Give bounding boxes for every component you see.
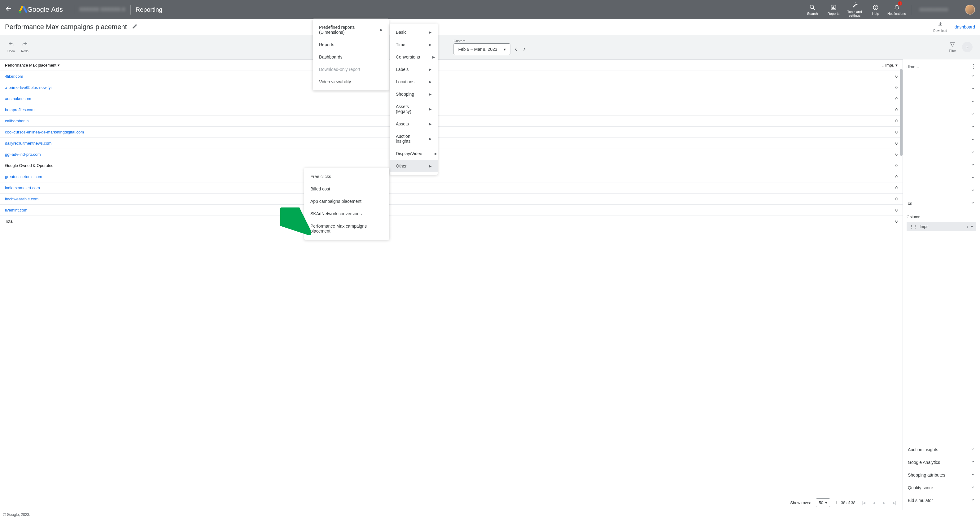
collapsed-group-chevron[interactable]	[907, 184, 976, 197]
column-chip-impr[interactable]: ⋮⋮ Impr. ↓ ▾	[907, 222, 976, 231]
placement-cell[interactable]: betaprofiles.com	[0, 104, 701, 116]
table-row: greatonlinetools.com0	[0, 171, 902, 183]
submenu-item[interactable]: Assets▶	[390, 117, 438, 130]
placement-cell[interactable]: ggl-adv-ind-pro.com	[0, 149, 701, 160]
chevron-right-icon: ▶	[429, 80, 431, 84]
edit-pencil-icon[interactable]	[132, 24, 137, 31]
metric-group[interactable]: Shopping attributes	[907, 468, 976, 481]
search-button[interactable]: Search	[803, 2, 822, 17]
more-options-button[interactable]: ⋮	[971, 63, 976, 70]
placement-cell[interactable]: cool-cursos-enlinea-de-marketingdigital.…	[0, 127, 701, 138]
submenu-item[interactable]: Locations▶	[390, 76, 438, 88]
google-ads-logo[interactable]: Google Ads	[19, 5, 63, 14]
table-row: dailyrecruitmentnews.com0	[0, 138, 902, 149]
collapsed-group-chevron[interactable]	[907, 133, 976, 146]
submenu-item[interactable]: Labels▶	[390, 63, 438, 76]
back-arrow-icon[interactable]	[5, 5, 13, 14]
last-page-button[interactable]: ▸|	[891, 498, 897, 507]
metric-group[interactable]: Bid simulator	[907, 494, 976, 506]
chevron-down-icon	[971, 99, 975, 104]
submenu-item[interactable]: SKAdNetwork conversions	[304, 208, 389, 220]
redo-icon	[22, 41, 28, 49]
collapsed-group-chevron[interactable]	[907, 83, 976, 95]
submenu-item[interactable]: Display/Video▶	[390, 148, 438, 160]
tools-button[interactable]: Tools and settings	[845, 2, 864, 17]
table-row: 4liker.com0	[0, 71, 902, 82]
collapsed-group-chevron[interactable]	[907, 121, 976, 133]
prev-page-button[interactable]: ◂	[872, 498, 877, 507]
undo-icon	[8, 41, 14, 49]
menu-item[interactable]: Dashboards	[313, 51, 389, 63]
report-subheader: Performance Max campaigns placement Down…	[0, 19, 980, 35]
redo-button[interactable]: Redo	[21, 41, 29, 53]
save-to-dashboard-link[interactable]: dashboard	[955, 24, 975, 29]
drag-handle-icon[interactable]: ⋮⋮	[910, 224, 917, 229]
page-footer: © Google, 2023.	[0, 510, 980, 519]
menu-item[interactable]: Predefined reports (Dimensions)▶	[313, 21, 389, 38]
table-row: livemint.com0	[0, 205, 902, 216]
date-next-button[interactable]	[522, 46, 527, 53]
submenu-item[interactable]: Time▶	[390, 38, 438, 51]
column-header-impr[interactable]: ↓ Impr. ▾	[701, 60, 902, 71]
date-prev-button[interactable]	[514, 46, 519, 53]
collapsed-group-chevron[interactable]	[907, 108, 976, 121]
search-icon	[809, 4, 816, 11]
collapsed-group-chevron[interactable]	[907, 171, 976, 184]
placement-cell[interactable]: adsmoker.com	[0, 93, 701, 104]
collapsed-group-chevron[interactable]	[907, 70, 976, 83]
impr-cell: 0	[701, 149, 902, 160]
submenu-item[interactable]: Conversions▶	[390, 51, 438, 63]
metric-group[interactable]: Google Analytics	[907, 456, 976, 468]
placement-cell[interactable]: dailyrecruitmentnews.com	[0, 138, 701, 149]
submenu-item[interactable]: Shopping▶	[390, 88, 438, 100]
submenu-item[interactable]: Basic▶	[390, 26, 438, 38]
metric-group[interactable]: Auction insights	[907, 443, 976, 456]
chevron-down-icon	[971, 498, 975, 503]
reports-button[interactable]: Reports	[824, 2, 843, 17]
metric-group[interactable]: Quality score	[907, 481, 976, 494]
chevron-right-icon: ▶	[429, 107, 431, 111]
submenu-item[interactable]: Auction insights▶	[390, 130, 438, 148]
menu-section-header: Download-only report	[313, 63, 389, 76]
submenu-item[interactable]: Billed cost	[304, 183, 389, 195]
help-button[interactable]: ? Help	[866, 2, 885, 17]
next-page-button[interactable]: ▸	[881, 498, 886, 507]
submenu-item[interactable]: App campaigns placement	[304, 195, 389, 208]
notifications-button[interactable]: ! Notifications	[888, 2, 906, 17]
secondary-account[interactable]: XXXXXXXXXX	[919, 7, 959, 12]
rows-per-page-select[interactable]: 50 ▾	[816, 498, 830, 507]
menu-item-video-viewability[interactable]: Video viewability	[313, 76, 389, 88]
vertical-scrollbar[interactable]	[900, 69, 902, 156]
date-range-picker[interactable]: Feb 9 – Mar 8, 2023 ▾	[453, 43, 510, 55]
impr-cell: 0	[701, 116, 902, 127]
chevron-down-icon	[971, 163, 975, 168]
placement-cell[interactable]: callbomber.in	[0, 116, 701, 127]
table-row: a-prime-live65plus-now.fyi0	[0, 82, 902, 93]
report-toolbar: Undo Redo Custom Feb 9 – Mar 8, 2023 ▾ F…	[0, 35, 980, 59]
impr-cell: 0	[701, 183, 902, 194]
collapsed-group-chevron[interactable]	[907, 159, 976, 171]
filter-button[interactable]: Filter	[949, 41, 956, 52]
expand-panel-button[interactable]: »	[962, 42, 972, 52]
submenu-item[interactable]: Performance Max campaigns placement	[304, 220, 389, 237]
first-page-button[interactable]: |◂	[861, 498, 867, 507]
table-row: itechwearable.com0	[0, 194, 902, 205]
submenu-item[interactable]: Free clicks	[304, 170, 389, 183]
collapsed-group-chevron[interactable]	[907, 95, 976, 108]
submenu-item[interactable]: Assets (legacy)▶	[390, 100, 438, 117]
download-button[interactable]: Download	[933, 21, 947, 33]
submenu-item[interactable]: Other▶	[390, 160, 438, 172]
header-actions: Search Reports Tools and settings ? Help…	[803, 2, 906, 17]
menu-item[interactable]: Reports	[313, 38, 389, 51]
collapsed-group-chevron[interactable]	[907, 146, 976, 159]
user-avatar[interactable]	[965, 5, 975, 14]
table-row: ggl-adv-ind-pro.com0	[0, 149, 902, 160]
column-section-label: Column	[907, 214, 976, 219]
account-selector[interactable]: XXXXXX XXXXXX-X	[79, 7, 126, 13]
collapsed-group-partial[interactable]: cs	[907, 197, 976, 210]
chevron-down-icon	[971, 124, 975, 130]
undo-button[interactable]: Undo	[8, 41, 15, 53]
table-row: cool-cursos-enlinea-de-marketingdigital.…	[0, 127, 902, 138]
chevron-right-icon: ▶	[429, 30, 431, 34]
page-range: 1 - 38 of 38	[835, 500, 856, 505]
